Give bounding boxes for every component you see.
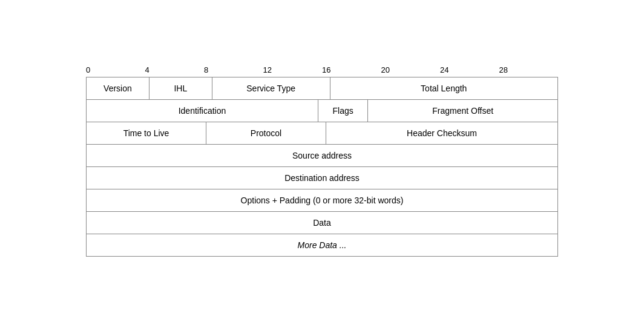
header-grid: VersionIHLService TypeTotal LengthIdenti… [86, 77, 558, 257]
bit-label-12: 12 [263, 65, 323, 74]
row1: VersionIHLService TypeTotal Length [87, 77, 557, 100]
row3: Time to LiveProtocolHeader Checksum [87, 122, 557, 145]
options-padding-cell: Options + Padding (0 or more 32-bit word… [87, 189, 557, 211]
ip-header-diagram: 0481216202428 VersionIHLService TypeTota… [86, 65, 558, 257]
bit-label-16: 16 [322, 65, 381, 74]
time-to-live-cell: Time to Live [87, 122, 206, 144]
total-length-cell: Total Length [330, 77, 558, 99]
header-checksum-cell: Header Checksum [326, 122, 557, 144]
data-cell: Data [87, 212, 557, 234]
bit-label-28: 28 [499, 65, 559, 74]
bit-label-8: 8 [204, 65, 263, 74]
version-cell: Version [87, 77, 150, 99]
bit-label-24: 24 [440, 65, 499, 74]
row4: Source address [87, 145, 557, 167]
protocol-cell: Protocol [206, 122, 326, 144]
row8: More Data ... [87, 234, 557, 256]
row5: Destination address [87, 167, 557, 189]
service-type-cell: Service Type [212, 77, 330, 99]
bit-label-4: 4 [145, 65, 205, 74]
bit-label-20: 20 [381, 65, 441, 74]
source-address-cell: Source address [87, 145, 557, 166]
bit-ruler: 0481216202428 [86, 65, 558, 74]
fragment-offset-cell: Fragment Offset [368, 100, 557, 122]
identification-cell: Identification [87, 100, 318, 122]
ihl-cell: IHL [150, 77, 212, 99]
row2: IdentificationFlagsFragment Offset [87, 100, 557, 122]
flags-cell: Flags [318, 100, 368, 122]
more-data-cell: More Data ... [87, 234, 557, 256]
row6: Options + Padding (0 or more 32-bit word… [87, 189, 557, 212]
bit-label-0: 0 [86, 65, 145, 74]
destination-address-cell: Destination address [87, 167, 557, 189]
row7: Data [87, 212, 557, 234]
